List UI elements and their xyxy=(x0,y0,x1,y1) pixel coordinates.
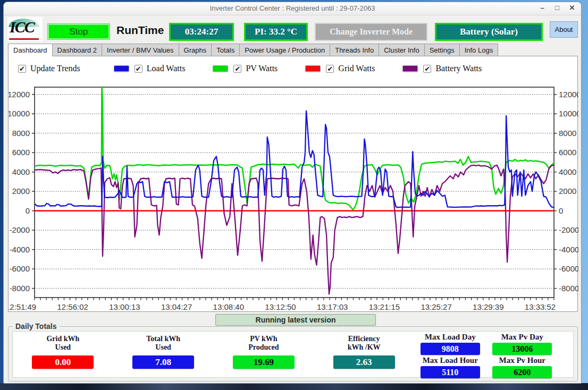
y-axis-tick-label: 10000 xyxy=(9,109,30,118)
grid-watts-checkbox[interactable]: ✔ xyxy=(326,65,334,73)
y-axis-tick-label: -8000 xyxy=(10,284,30,293)
legend-pv-watts: ✔PV Watts xyxy=(213,64,278,73)
load-watts-checkbox[interactable]: ✔ xyxy=(135,65,142,73)
legend-grid-watts: ✔Grid Watts xyxy=(305,64,375,73)
x-axis-tick-label: 13:29:39 xyxy=(473,302,503,311)
stat-efficiency: Efficiency kWh /KW2.63 xyxy=(319,335,409,377)
update-trends-label: Update Trends xyxy=(30,64,80,73)
y-axis-tick-label: 4000 xyxy=(12,167,30,176)
daily-totals-groupbox: Daily Totals Grid kWh Used0.00Total kWh … xyxy=(8,326,578,381)
daily-totals-title: Daily Totals xyxy=(13,322,60,330)
stop-button[interactable]: Stop xyxy=(47,23,110,40)
y-axis-tick-label: 2000 xyxy=(559,186,576,196)
y-axis-tick-label: 2000 xyxy=(12,186,30,196)
stat-pv-kwh: PV kWh Produced19.69 xyxy=(219,335,309,377)
max-stat-label: Max Load Hour xyxy=(421,356,480,365)
pv-watts-checkbox[interactable]: ✔ xyxy=(233,65,241,73)
stat-max-pv-hour: Max Pv Hour6200 xyxy=(492,356,552,379)
tab-bar: DashboardDashboard 2Inverter / BMV Value… xyxy=(8,44,498,56)
grid-watts-color-swatch xyxy=(305,65,321,72)
pi-temperature: PI: 33.2 °C xyxy=(244,23,308,41)
stat-max-load-day: Max Load Day9808 xyxy=(421,333,480,356)
tab-dashboard-2[interactable]: Dashboard 2 xyxy=(53,44,102,56)
x-axis-tick-label: 12:51:49 xyxy=(9,302,36,311)
x-axis-tick-label: 13:08:40 xyxy=(213,302,244,311)
tab-info-logs[interactable]: Info Logs xyxy=(460,44,499,56)
x-axis-tick-label: 13:17:03 xyxy=(317,302,348,311)
tab-inverter-bmv-values[interactable]: Inverter / BMV Values xyxy=(102,44,179,56)
stat-max-load-hour: Max Load Hour5110 xyxy=(421,356,480,379)
y-axis-tick-label: -8000 xyxy=(559,284,578,293)
max-stat-value: 9808 xyxy=(421,343,480,355)
x-axis-tick-label: 13:25:27 xyxy=(421,302,451,311)
stat-label: PV kWh Produced xyxy=(219,335,309,352)
minimize-icon[interactable]: – xyxy=(539,4,546,12)
pv-watts-label: PV Watts xyxy=(246,64,278,73)
window-title: Inverter Control Center : Registered unt… xyxy=(4,4,581,12)
tab-settings[interactable]: Settings xyxy=(425,44,460,56)
x-axis-tick-label: 13:21:15 xyxy=(369,302,400,311)
y-axis-tick-label: 10000 xyxy=(559,109,578,118)
desktop-background: Inverter Control Center : Registered unt… xyxy=(0,0,588,390)
about-button[interactable]: About xyxy=(550,21,578,38)
update-trends-checkbox[interactable]: ✔ xyxy=(18,65,26,73)
y-axis-tick-label: 12000 xyxy=(9,90,30,99)
y-axis-tick-label: 8000 xyxy=(559,129,576,138)
x-axis-tick-label: 13:33:52 xyxy=(525,302,556,311)
max-stat-label: Max Pv Hour xyxy=(492,356,552,365)
tab-power-usage-production[interactable]: Power Usage / Production xyxy=(240,44,330,56)
max-stats: Max Load Day9808Max Pv Day13006Max Load … xyxy=(414,332,573,377)
battery-watts-label: Battery Watts xyxy=(435,64,482,73)
stat-grid-kwh: Grid kWh Used0.00 xyxy=(18,335,108,377)
update-status-button[interactable]: Running latest version xyxy=(215,314,376,326)
app-logo: ICC xyxy=(7,17,43,41)
tab-threads-info[interactable]: Threads Info xyxy=(330,44,379,56)
stat-value: 2.63 xyxy=(333,355,395,369)
change-inverter-mode-button[interactable]: Change Inverter Mode xyxy=(315,23,427,41)
pv-watts-color-swatch xyxy=(213,65,228,72)
y-axis-tick-label: -6000 xyxy=(559,264,578,273)
y-axis-tick-label: -4000 xyxy=(559,245,578,254)
trend-legend: ✔ Update Trends ✔Load Watts✔PV Watts✔Gri… xyxy=(16,62,509,75)
stat-value: 19.69 xyxy=(233,355,295,369)
runtime-clock: 03:24:27 xyxy=(169,23,234,41)
battery-watts-checkbox[interactable]: ✔ xyxy=(423,65,431,73)
legend-battery-watts: ✔Battery Watts xyxy=(402,64,482,73)
logo-text: ICC xyxy=(10,18,34,36)
app-window: Inverter Control Center : Registered unt… xyxy=(3,2,582,384)
y-axis-tick-label: -6000 xyxy=(10,264,30,273)
grid-watts-label: Grid Watts xyxy=(338,64,375,73)
tab-totals[interactable]: Totals xyxy=(212,44,240,56)
daily-stats: Grid kWh Used0.00Total kWh Used7.08PV kW… xyxy=(13,332,414,377)
y-axis-tick-label: -2000 xyxy=(559,225,578,234)
load-watts-color-swatch xyxy=(114,65,129,72)
trend-chart: 1200012000100001000080008000600060004000… xyxy=(9,80,578,312)
dashboard-tab-page: ✔ Update Trends ✔Load Watts✔PV Watts✔Gri… xyxy=(8,56,578,312)
stat-value: 0.00 xyxy=(32,355,94,369)
y-axis-tick-label: 0 xyxy=(559,206,563,215)
y-axis-tick-label: 4000 xyxy=(559,167,576,176)
stat-label: Efficiency kWh /KW xyxy=(319,335,409,352)
titlebar[interactable]: Inverter Control Center : Registered unt… xyxy=(4,2,581,15)
max-stat-label: Max Load Day xyxy=(421,333,480,342)
close-icon[interactable]: ✕ xyxy=(568,4,576,12)
battery-watts-color-swatch xyxy=(402,65,418,72)
legend-load-watts: ✔Load Watts xyxy=(114,64,186,73)
maximize-icon[interactable]: □ xyxy=(553,4,561,12)
max-stat-value: 6200 xyxy=(492,366,552,378)
tab-dashboard[interactable]: Dashboard xyxy=(8,44,53,56)
max-stat-label: Max Pv Day xyxy=(492,333,552,342)
y-axis-tick-label: 0 xyxy=(26,206,30,215)
battery-mode-button[interactable]: Battery (Solar) xyxy=(435,23,543,41)
max-stat-value: 5110 xyxy=(421,366,480,378)
stat-total-kwh: Total kWh Used7.08 xyxy=(118,335,208,377)
tab-cluster-info[interactable]: Cluster Info xyxy=(379,44,424,56)
y-axis-tick-label: 6000 xyxy=(559,148,576,157)
toolbar: ICC Stop RunTime 03:24:27 PI: 33.2 °C Ch… xyxy=(4,16,581,43)
tab-graphs[interactable]: Graphs xyxy=(179,44,212,56)
stat-label: Grid kWh Used xyxy=(18,335,108,352)
update-trends-toggle: ✔ Update Trends xyxy=(18,64,80,73)
max-stat-value: 13006 xyxy=(492,343,552,355)
x-axis-tick-label: 13:00:13 xyxy=(109,302,140,311)
logo-tagline-line xyxy=(9,38,39,40)
